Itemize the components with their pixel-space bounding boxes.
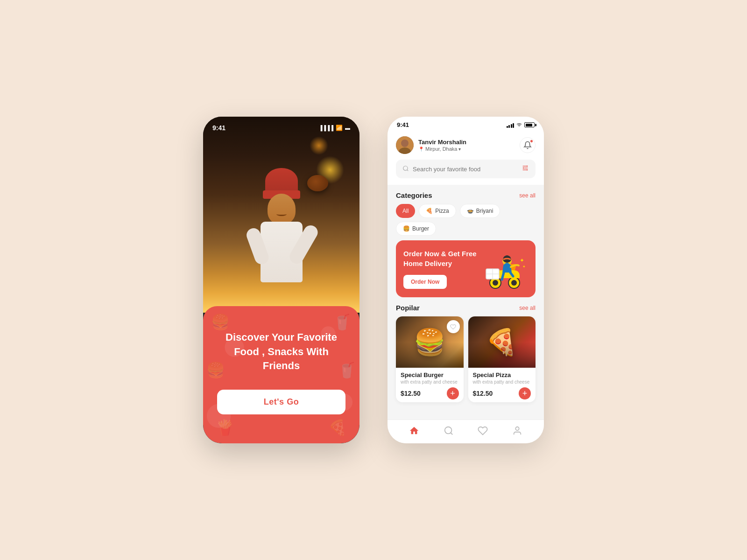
pizza-info: Special Pizza with extra patty and chees… [468, 368, 536, 402]
category-chip-all[interactable]: All [396, 204, 415, 218]
categories-title: Categories [396, 191, 432, 199]
heart-nav-icon [478, 426, 488, 436]
battery-icon: ▬ [345, 125, 350, 131]
bottom-nav [388, 420, 544, 443]
user-row: Tanvir Morshalin 📍 Mirpur, Dhaka ▾ [396, 136, 536, 154]
category-emoji-burger: 🍔 [403, 225, 410, 232]
battery-icon [524, 122, 535, 127]
promo-title: Order Now & Get Free Home Delivery [403, 249, 481, 268]
category-chip-pizza[interactable]: 🍕 Pizza [419, 204, 456, 218]
location-pin-icon: 📍 [418, 147, 424, 152]
lets-go-button[interactable]: Let's Go [217, 390, 345, 414]
popular-section: Popilar see all 🍔 [388, 304, 544, 420]
header-section: Tanvir Morshalin 📍 Mirpur, Dhaka ▾ [388, 131, 544, 185]
burger-add-button[interactable]: + [447, 387, 459, 399]
svg-point-10 [527, 169, 528, 171]
categories-section: Categories see all All 🍕 Pizza 🍲 Briyani [388, 185, 544, 240]
signal-icon: ▐▐▐▐ [319, 125, 333, 131]
user-info: Tanvir Morshalin 📍 Mirpur, Dhaka ▾ [396, 136, 466, 154]
main-app-phone: 9:41 [388, 117, 544, 443]
svg-line-22 [451, 433, 452, 434]
category-chip-burger[interactable]: 🍔 Burger [396, 222, 436, 236]
svg-point-21 [444, 427, 451, 434]
pizza-footer: $12.50 + [473, 387, 531, 399]
chef-image-area [203, 117, 359, 313]
search-bar[interactable] [396, 160, 536, 178]
nav-item-favorites[interactable] [478, 426, 488, 436]
svg-point-3 [403, 166, 408, 170]
burger-price: $12.50 [401, 390, 421, 397]
svg-point-12 [511, 280, 517, 286]
food-card-burger: 🍔 Special Burger with extra patty and ch… [396, 316, 464, 402]
search-input[interactable] [413, 166, 518, 173]
pizza-price: $12.50 [473, 390, 493, 397]
burger-heart-button[interactable] [447, 320, 460, 333]
categories-see-all[interactable]: see all [519, 192, 536, 199]
nav-item-home[interactable] [409, 426, 419, 436]
main-time: 9:41 [397, 121, 409, 128]
svg-point-14 [493, 280, 498, 286]
burger-name: Special Burger [401, 371, 459, 378]
splash-bottom-panel: 🍔 🥤 🍟 🍕 🍔 🥤 Discover Your Favorite Food … [203, 306, 359, 443]
search-nav-icon [444, 426, 454, 436]
splash-status-icons: ▐▐▐▐ 📶 ▬ [319, 125, 350, 131]
phones-container: 9:41 ▐▐▐▐ 📶 ▬ [0, 117, 747, 443]
app-content: Tanvir Morshalin 📍 Mirpur, Dhaka ▾ [388, 131, 544, 420]
notification-button[interactable] [520, 137, 536, 153]
home-icon [409, 426, 419, 436]
order-now-button[interactable]: Order Now [403, 275, 447, 289]
popular-title: Popilar [396, 304, 420, 312]
burger-info: Special Burger with extra patty and chee… [396, 368, 464, 402]
burger-footer: $12.50 + [401, 387, 459, 399]
svg-point-1 [401, 140, 409, 147]
nav-item-search[interactable] [444, 426, 454, 436]
categories-header: Categories see all [396, 191, 536, 199]
pizza-add-button[interactable]: + [519, 387, 531, 399]
user-avatar [396, 136, 414, 154]
category-label-briyani: Briyani [476, 208, 493, 214]
food-card-pizza: 🍕 Special Pizza with extra patty and che… [468, 316, 536, 402]
popular-see-all[interactable]: see all [519, 305, 536, 311]
delivery-illustration-svg: ✦ ✦ [481, 249, 528, 289]
svg-text:✦: ✦ [520, 257, 524, 264]
search-icon [402, 165, 409, 173]
promo-banner: Order Now & Get Free Home Delivery Order… [396, 240, 536, 297]
categories-list: All 🍕 Pizza 🍲 Briyani 🍔 Burger [396, 204, 536, 236]
main-status-bar: 9:41 [388, 117, 544, 131]
pattern-icon-3: 🍟 [216, 419, 234, 436]
notification-dot [530, 140, 533, 143]
heart-icon [450, 324, 456, 330]
main-status-icons [507, 122, 535, 128]
pizza-name: Special Pizza [473, 371, 531, 378]
svg-point-23 [515, 427, 519, 430]
location-row[interactable]: 📍 Mirpur, Dhaka ▾ [418, 146, 466, 152]
svg-line-4 [407, 169, 409, 171]
svg-point-9 [523, 168, 524, 169]
nav-item-profile[interactable] [512, 426, 522, 436]
category-chip-briyani[interactable]: 🍲 Briyani [460, 204, 500, 218]
splash-status-bar: 9:41 ▐▐▐▐ 📶 ▬ [203, 117, 359, 135]
splash-title: Discover Your Favorite Food , Snacks Wit… [217, 330, 345, 373]
user-details: Tanvir Morshalin 📍 Mirpur, Dhaka ▾ [418, 139, 466, 152]
category-label-all: All [402, 208, 409, 214]
pizza-desc: with extra patty and cheese [473, 379, 531, 385]
category-label-pizza: Pizza [435, 208, 449, 214]
splash-screen-phone: 9:41 ▐▐▐▐ 📶 ▬ [203, 117, 359, 443]
food-grid: 🍔 Special Burger with extra patty and ch… [396, 316, 536, 402]
category-emoji-briyani: 🍲 [467, 208, 474, 214]
pattern-icon-4: 🍕 [328, 419, 347, 436]
popular-header: Popilar see all [396, 304, 536, 312]
pattern-icon-2: 🥤 [333, 313, 352, 331]
user-name: Tanvir Morshalin [418, 139, 466, 146]
filter-icon[interactable] [521, 164, 529, 174]
splash-time: 9:41 [212, 124, 226, 132]
pattern-icon-1: 🍔 [211, 313, 230, 331]
chevron-down-icon: ▾ [458, 147, 461, 152]
location-text: Mirpur, Dhaka [425, 146, 457, 152]
signal-bars-icon [507, 122, 514, 128]
category-label-burger: Burger [412, 225, 429, 232]
svg-text:✦: ✦ [522, 265, 526, 269]
food-pattern: 🍔 🥤 🍟 🍕 🍔 🥤 [203, 306, 359, 443]
category-emoji-pizza: 🍕 [426, 208, 433, 214]
wifi-icon: 📶 [336, 125, 343, 131]
